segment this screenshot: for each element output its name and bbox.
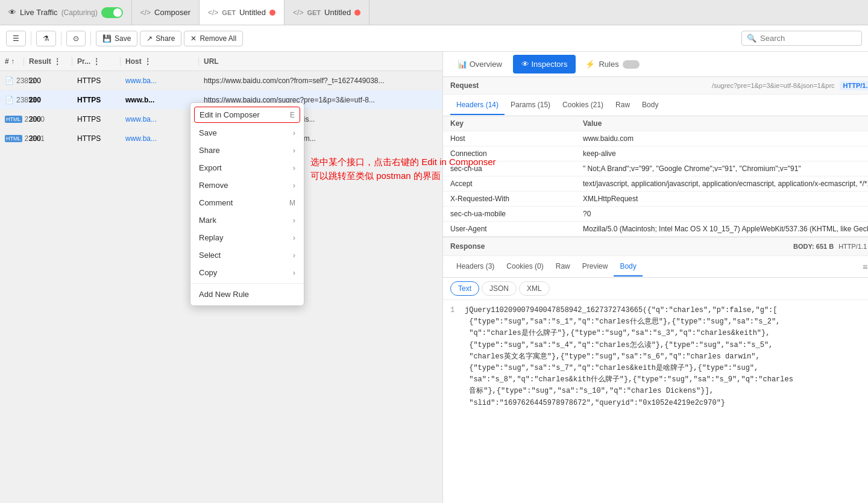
col-host-label: Host: [125, 57, 142, 66]
tab-close-dot-1[interactable]: [269, 10, 275, 16]
fmt-tab-xml[interactable]: XML: [519, 281, 550, 296]
export-arrow: ›: [293, 163, 295, 172]
col-host-filter[interactable]: ⋮: [144, 57, 151, 66]
save-button[interactable]: 💾 Save: [96, 31, 137, 46]
tab-resp-raw[interactable]: Raw: [550, 257, 576, 276]
response-header: Response BODY: 651 B HTTP/1.1 200: [443, 237, 868, 256]
table-row[interactable]: 📄 23852 200 HTTPS www.ba... https://www.…: [0, 71, 442, 90]
word-wrap-icon[interactable]: ≡: [863, 262, 867, 272]
tab-body-req[interactable]: Body: [636, 96, 664, 115]
fmt-xml-label: XML: [527, 284, 542, 293]
row-result-23860: 200: [24, 115, 72, 123]
share-arrow: ›: [293, 146, 295, 155]
body-line-9: "slid":"1697626445978978672","queryid":"…: [450, 398, 868, 409]
kv-row-secua: sec-ch-ua " Not;A Brand";v="99", "Google…: [443, 161, 868, 177]
context-menu-save[interactable]: Save ›: [190, 124, 304, 142]
kv-row-host: Host www.baidu.com: [443, 131, 868, 146]
context-menu-comment[interactable]: Comment M: [190, 194, 304, 211]
select-arrow: ›: [293, 251, 295, 260]
tab-resp-cookies[interactable]: Cookies (0): [500, 257, 549, 276]
col-header-proto: Pr... ⋮: [72, 57, 121, 66]
row-host-23860: www.ba...: [121, 115, 199, 123]
tab-resp-preview[interactable]: Preview: [576, 257, 614, 276]
col-num-label: #: [5, 57, 9, 66]
col-header-result: Result ⋮: [24, 57, 72, 66]
method-badge-1: GET: [222, 9, 236, 16]
kv-row-secmobile: sec-ch-ua-mobile ?0: [443, 207, 868, 222]
row-result-23853: 200: [24, 96, 72, 104]
kv-val-connection: keep-alive: [583, 149, 868, 158]
tab-rules[interactable]: ⚡ Rules: [578, 56, 646, 72]
tab-close-dot-2[interactable]: [354, 10, 360, 16]
tab-overview[interactable]: 📊 Overview: [449, 55, 511, 73]
body-line-6: {"type":"sug","sa":"s_7","q":"charles&ke…: [450, 363, 868, 374]
main-content: # ↑ Result ⋮ Pr... ⋮ Host ⋮ URL: [0, 52, 868, 503]
context-menu-select[interactable]: Select ›: [190, 246, 304, 264]
col-url-label: URL: [204, 57, 219, 66]
tab-params[interactable]: Params (15): [505, 96, 556, 115]
response-title: Response: [450, 242, 485, 251]
fmt-tab-json[interactable]: JSON: [482, 281, 517, 296]
tab-resp-headers[interactable]: Headers (3): [450, 257, 500, 276]
body-size: BODY: 651 B: [793, 243, 834, 250]
capture-toggle[interactable]: [101, 7, 123, 18]
resp-http-version: HTTP/1.1: [838, 243, 867, 250]
raw-tab-label: Raw: [615, 101, 630, 109]
request-tabs: Headers (14) Params (15) Cookies (21) Ra…: [443, 95, 868, 116]
tab-headers[interactable]: Headers (14): [450, 96, 505, 115]
request-section: Request /sugrec?pre=1&p=3&ie=utf-8&json=…: [443, 77, 868, 237]
kv-val-host: www.baidu.com: [583, 134, 868, 143]
kv-row-useragent: User-Agent Mozilla/5.0 (Macintosh; Intel…: [443, 222, 868, 237]
tab-composer-label: Composer: [154, 8, 190, 17]
row-proto-23852: HTTPS: [72, 77, 121, 85]
remove-arrow: ›: [293, 181, 295, 190]
tab-composer[interactable]: </> Composer: [132, 0, 200, 25]
comment-shortcut: M: [289, 199, 295, 207]
edit-shortcut: E: [290, 111, 295, 119]
fmt-tab-text[interactable]: Text: [450, 281, 479, 296]
tab-live-traffic-label: Live Traffic: [20, 8, 58, 17]
context-menu-share[interactable]: Share ›: [190, 142, 304, 159]
context-menu-remove[interactable]: Remove ›: [190, 177, 304, 194]
col-proto-filter[interactable]: ⋮: [93, 57, 100, 66]
row-host-23852: www.ba...: [121, 77, 199, 85]
context-menu-edit-composer[interactable]: Edit in Composer E: [194, 107, 300, 123]
rules-toggle[interactable]: [623, 60, 640, 69]
context-menu-mark[interactable]: Mark ›: [190, 211, 304, 229]
fmt-text-label: Text: [458, 284, 471, 293]
panel-tabs: 📊 Overview 👁 Inspectors ⚡ Rules: [443, 52, 868, 77]
tab-untitled2[interactable]: </> GET Untitled: [285, 0, 370, 25]
remove-label: Remove: [199, 181, 228, 190]
body-line-2: {"type":"sug","sa":"s_1","q":"charles什么意…: [450, 316, 868, 328]
add-new-rule-label: Add New Rule: [199, 290, 249, 299]
body-line-3: "q":"charles是什么牌子"},{"type":"sug","sa":"…: [450, 328, 868, 339]
tab-raw[interactable]: Raw: [609, 96, 636, 115]
search-box: 🔍: [741, 31, 862, 46]
tab-resp-body[interactable]: Body: [614, 257, 642, 276]
target-button[interactable]: ⊙: [66, 31, 86, 46]
hamburger-button[interactable]: ☰: [6, 31, 26, 46]
line-num-1: 1: [450, 305, 465, 316]
inspectors-label: Inspectors: [531, 60, 567, 69]
rules-label: Rules: [599, 60, 618, 69]
share-button[interactable]: ↗ Share: [140, 31, 181, 46]
context-menu-replay[interactable]: Replay ›: [190, 229, 304, 246]
tab-cookies[interactable]: Cookies (21): [556, 96, 609, 115]
http-version-badge: HTTP/1.1: [840, 81, 868, 90]
context-menu-export[interactable]: Export ›: [190, 159, 304, 177]
filter-button[interactable]: ⚗: [36, 31, 56, 46]
col-result-filter[interactable]: ⋮: [54, 57, 61, 66]
row-host-23861: www.ba...: [121, 134, 199, 143]
context-menu-copy[interactable]: Copy ›: [190, 264, 304, 281]
tab-inspectors[interactable]: 👁 Inspectors: [513, 55, 576, 73]
row-url-23852: https://www.baidu.com/con?from=self?_t=1…: [199, 77, 442, 85]
row-proto-23860: HTTPS: [72, 115, 121, 123]
body-line-8: 音标"},{"type":"sug","sa":"s_10","q":"char…: [450, 386, 868, 397]
kv-table: Key Value Host www.baidu.com Connection …: [443, 116, 868, 237]
remove-all-button[interactable]: ✕ Remove All: [184, 31, 243, 46]
tab-live-traffic[interactable]: 👁 Live Traffic (Capturing): [0, 0, 132, 25]
tab-untitled1[interactable]: </> GET Untitled: [200, 0, 285, 25]
search-input[interactable]: [760, 34, 857, 43]
kv-key-host: Host: [450, 134, 583, 143]
context-menu-add-rule[interactable]: Add New Rule: [190, 286, 304, 303]
